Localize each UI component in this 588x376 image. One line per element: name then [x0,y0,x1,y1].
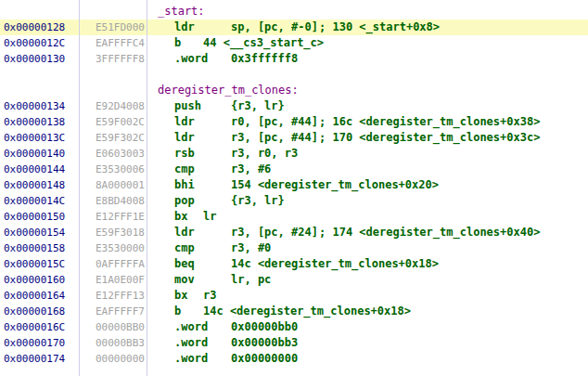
mnemonic: rsb [174,146,231,162]
address-cell: 0x00000168 [0,304,79,319]
address-cell: 0x00000138 [0,114,79,130]
opcode-bytes-cell: 0AFFFFFA [79,256,147,272]
disassembly-row[interactable]: 0x00000158E3530000cmpr3, #0 [0,240,588,256]
disassembly-cell: rsbr3, r0, r3 [147,146,588,162]
mnemonic: ldr [174,19,231,35]
symbol-label: _start: [158,5,205,18]
comment: ; 130 <_start+0x8> [319,20,440,33]
column-separator-bytes [147,0,147,376]
disassembly-row[interactable]: 0x0000014CE8BD4008pop{r3, lr} [0,193,588,209]
disassembly-cell: .word0x00000bb3 [147,335,588,351]
disassembly-cell: bhi154 <deregister_tm_clones+0x20> [147,177,588,193]
opcode-bytes-cell: E1A0E00F [79,272,147,288]
disassembly-cell: movlr, pc [147,272,588,288]
disassembly-cell: b44 <__cs3_start_c> [147,35,588,51]
address-cell: 0x00000134 [0,98,79,114]
mnemonic: beq [174,256,231,272]
operands: lr, pc [231,272,319,288]
mnemonic: .word [174,335,231,351]
operands: r0, [pc, #44] [231,114,319,130]
disassembly-row[interactable]: 0x00000134E92D4008push{r3, lr} [0,98,588,114]
operands: r3, #0 [231,240,319,256]
disassembly-cell: ldrr0, [pc, #44]; 16c <deregister_tm_clo… [147,114,588,130]
opcode-bytes-cell [79,4,147,19]
operands: sp, [pc, #-0] [231,19,319,35]
disassembly-row[interactable]: 0x00000168EAFFFFF7b14c <deregister_tm_cl… [0,304,588,319]
disassembly-row[interactable]: 0x00000128E51FD000ldrsp, [pc, #-0]; 130 … [0,19,588,35]
disassembly-row[interactable]: 0x0000017000000BB3.word0x00000bb3 [0,335,588,351]
address-cell: 0x00000154 [0,225,79,240]
blank-row [0,67,588,83]
address-cell: 0x00000164 [0,288,79,304]
mnemonic: cmp [174,240,231,256]
disassembly-row[interactable]: 0x0000012CEAFFFFC4b44 <__cs3_start_c> [0,35,588,51]
opcode-bytes-cell: 3FFFFFF8 [79,51,147,67]
disassembly-row[interactable]: 0x000001488A000001bhi154 <deregister_tm_… [0,177,588,193]
opcode-bytes-cell: 00000BB0 [79,319,147,335]
opcode-bytes-cell: E3530000 [79,240,147,256]
operands: r3, [pc, #24] [231,225,319,240]
disassembly-cell: push{r3, lr} [147,98,588,114]
opcode-bytes-cell [79,67,147,83]
disassembly-row[interactable]: 0x00000164E12FFF13bxr3 [0,288,588,304]
address-cell: 0x00000174 [0,351,79,367]
mnemonic: cmp [174,162,231,177]
mnemonic: b [174,304,203,319]
disassembly-cell: .word0x00000bb0 [147,319,588,335]
disassembly-row[interactable]: 0x00000144E3530006cmpr3, #6 [0,162,588,177]
label-row[interactable]: deregister_tm_clones: [0,83,588,98]
disassembly-row[interactable]: 0x000001303FFFFFF8.word0x3ffffff8 [0,51,588,67]
operands: r3 [203,288,291,304]
operands: {r3, lr} [231,193,319,209]
disassembly-cell: ldrr3, [pc, #44]; 170 <deregister_tm_clo… [147,130,588,146]
label-row[interactable]: _start: [0,4,588,19]
opcode-bytes-cell: E8BD4008 [79,193,147,209]
disassembly-cell: deregister_tm_clones: [147,83,588,98]
mnemonic: ldr [174,130,231,146]
address-cell [0,4,79,19]
opcode-bytes-cell: E0603003 [79,146,147,162]
address-cell: 0x0000014C [0,193,79,209]
operands: 0x00000bb3 [231,335,319,351]
disassembly-listing[interactable]: _start:0x00000128E51FD000ldrsp, [pc, #-0… [0,0,588,376]
disassembly-cell: ldrr3, [pc, #24]; 174 <deregister_tm_clo… [147,225,588,240]
address-cell [0,67,79,83]
operands: lr [203,209,291,225]
disassembly-cell: ldrsp, [pc, #-0]; 130 <_start+0x8> [147,19,588,35]
mnemonic: .word [174,351,231,367]
mnemonic: ldr [174,114,231,130]
disassembly-row[interactable]: 0x00000140E0603003rsbr3, r0, r3 [0,146,588,162]
disassembly-row[interactable]: 0x00000160E1A0E00Fmovlr, pc [0,272,588,288]
opcode-bytes-cell: EAFFFFF7 [79,304,147,319]
disassembly-row[interactable]: 0x00000154E59F3018ldrr3, [pc, #24]; 174 … [0,225,588,240]
operands: 0x00000bb0 [231,319,319,335]
disassembly-row[interactable]: 0x0000017400000000.word0x00000000 [0,351,588,367]
operands: 0x3ffffff8 [231,51,319,67]
operands: r3, r0, r3 [231,146,319,162]
disassembly-cell: bxr3 [147,288,588,304]
disassembly-row[interactable]: 0x00000138E59F002Cldrr0, [pc, #44]; 16c … [0,114,588,130]
mnemonic: ldr [174,225,231,240]
opcode-bytes-cell: E12FFF13 [79,288,147,304]
opcode-bytes-cell: 00000BB3 [79,335,147,351]
mnemonic: .word [174,51,231,67]
disassembly-cell: b14c <deregister_tm_clones+0x18> [147,304,588,319]
disassembly-row[interactable]: 0x0000013CE59F302Cldrr3, [pc, #44]; 170 … [0,130,588,146]
opcode-bytes-cell: E59F002C [79,114,147,130]
disassembly-row[interactable]: 0x0000015C0AFFFFFAbeq14c <deregister_tm_… [0,256,588,272]
mnemonic: .word [174,319,231,335]
opcode-bytes-cell: E51FD000 [79,19,147,35]
disassembly-row[interactable]: 0x0000016C00000BB0.word0x00000bb0 [0,319,588,335]
address-cell: 0x00000170 [0,335,79,351]
address-cell: 0x00000140 [0,146,79,162]
opcode-bytes-cell: 00000000 [79,351,147,367]
opcode-bytes-cell [79,83,147,98]
disassembly-cell: cmpr3, #0 [147,240,588,256]
disassembly-row[interactable]: 0x00000150E12FFF1Ebxlr [0,209,588,225]
disassembly-cell: pop{r3, lr} [147,193,588,209]
opcode-bytes-cell: E59F3018 [79,225,147,240]
address-cell: 0x0000013C [0,130,79,146]
address-cell: 0x0000012C [0,35,79,51]
comment: ; 170 <deregister_tm_clones+0x3c> [319,131,540,144]
disassembly-cell: .word0x3ffffff8 [147,51,588,67]
